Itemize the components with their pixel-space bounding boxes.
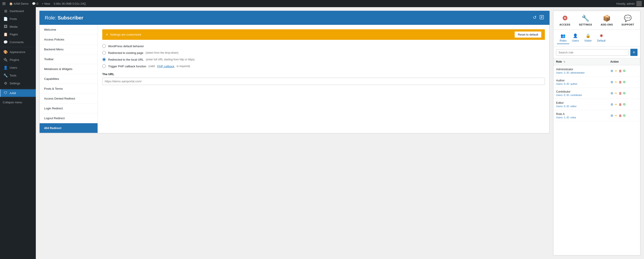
visitor-subnav-icon: 🔒 [586,33,590,38]
add-role-button[interactable]: + [630,49,638,56]
table-row: Role A Users: 1; ID: rolea ⚙ ✏ 🗑 ⧉ [553,110,640,121]
sidebar-item-aam[interactable]: 🛡 AAM [0,89,36,97]
nav-welcome[interactable]: Welcome [40,25,98,35]
roles-table: Role ⇅ Action Administrator Users: 2; ID… [553,58,640,121]
site-name[interactable]: 🏠 AAM Demo [9,2,28,5]
nav-metaboxes[interactable]: Metaboxes & Widgets [40,64,98,74]
collapse-menu-button[interactable]: Collapse menu [0,99,36,106]
option-php-callback-extra2: is required) [176,65,190,68]
edit-role-icon[interactable]: ✏ [615,114,617,118]
php-callback-link[interactable]: PHP callback [157,65,174,68]
nav-404-redirect[interactable]: 404 Redirect [40,123,98,133]
edit-role-icon[interactable]: ✏ [615,103,617,106]
subnav-users[interactable]: 👤 Users [569,32,582,44]
reset-role-button[interactable]: ↺ [533,15,536,21]
role-header-actions: ↺ [533,15,544,21]
role-name: Administrator [556,68,605,71]
nav-posts-terms[interactable]: Posts & Terms [40,84,98,94]
delete-role-icon[interactable]: 🗑 [619,103,622,106]
admin-bar: ⊞ 🏠 AAM Demo 💬 0 + New 0.86s 36.0MB 0.01… [0,0,644,7]
copy-role-icon[interactable]: ⧉ [623,91,626,95]
copy-role-icon[interactable]: ⧉ [623,102,626,106]
sidebar-item-posts[interactable]: 📄 Posts [0,15,36,23]
copy-role-icon[interactable]: ⧉ [623,69,626,73]
manage-role-icon[interactable]: ⚙ [610,69,613,73]
right-panel: ⚙ ACCESS 🔧 SETTINGS 📦 ADD-ONS 💬 SUPPORT [553,11,640,256]
nav-access-policies[interactable]: Access Policies [40,35,98,44]
role-actions: ⚙ ✏ 🗑 ⧉ [610,91,638,95]
subnav-roles[interactable]: 👥 Roles [557,32,569,44]
delete-role-icon[interactable]: 🗑 [619,114,622,118]
comments-icon: 💬 [3,40,8,44]
sidebar-item-plugins[interactable]: 🔌 Plugins [0,56,36,64]
sort-role-icon: ⇅ [564,60,565,63]
role-meta: Users: 0; ID: contributor [556,94,605,96]
dashboard-icon: ⊞ [3,9,8,13]
option-local-url-extra: (enter full URL starting from http or ht… [146,58,195,61]
table-row: Contributor Users: 0; ID: contributor ⚙ … [553,88,640,99]
nav-login-redirect[interactable]: Login Redirect [40,104,98,114]
delete-role-icon[interactable]: 🗑 [619,92,622,95]
option-php-callback[interactable]: Trigger PHP callback function (valid PHP… [102,64,545,68]
radio-local-url[interactable] [102,58,106,61]
wp-logo[interactable]: ⊞ [2,1,6,6]
edit-role-icon[interactable]: ✏ [615,92,617,95]
copy-role-icon[interactable]: ⧉ [623,114,626,118]
manage-role-icon[interactable]: ⚙ [610,103,613,106]
subnav-default[interactable]: ✱ Default [594,32,608,44]
users-icon: 👤 [3,66,8,70]
role-meta: Users: 0; ID: author [556,82,605,85]
reset-to-default-button[interactable]: Reset to default [515,32,541,38]
radio-existing-page[interactable] [102,51,106,54]
copy-role-icon[interactable]: ⧉ [623,80,626,84]
option-default[interactable]: WordPress default behavior [102,44,545,48]
addons-icon: 📦 [603,14,611,22]
option-local-url[interactable]: Redirected to the local URL (enter full … [102,58,545,61]
sidebar-item-media[interactable]: 🖼 Media [0,23,36,30]
url-input[interactable] [102,78,545,85]
role-actions: ⚙ ✏ 🗑 ⧉ [610,80,638,84]
roles-subnav: 👥 Roles 👤 Users 🔒 Visitor ✱ Default [553,30,640,46]
comments-link[interactable]: 💬 0 [32,2,38,5]
manage-role-icon[interactable]: ⚙ [610,92,613,95]
user-avatar[interactable] [636,1,642,6]
manage-role-icon[interactable]: ⚙ [610,80,613,84]
support-icon: 💬 [624,14,632,22]
nav-capabilities[interactable]: Capabilities [40,74,98,84]
option-existing-page[interactable]: Redirected to existing page (select from… [102,51,545,54]
settings-banner: ✔ Settings are customized Reset to defau… [102,29,545,40]
role-actions: ⚙ ✏ 🗑 ⧉ [610,102,638,106]
sidebar-item-users[interactable]: 👤 Users [0,64,36,72]
role-actions: ⚙ ✏ 🗑 ⧉ [610,114,638,118]
subnav-visitor[interactable]: 🔒 Visitor [582,32,594,44]
check-icon: ✔ [106,33,108,36]
sidebar-item-dashboard[interactable]: ⊞ Dashboard [0,7,36,15]
nav-toolbar[interactable]: Toolbar [40,54,98,64]
users-subnav-icon: 👤 [573,33,578,38]
radio-default[interactable] [102,44,106,48]
sidebar-item-settings[interactable]: ⚙ Settings [0,80,36,87]
nav-access-denied[interactable]: Access Denied Redirect [40,94,98,104]
radio-php-callback[interactable] [102,64,106,68]
aam-nav-access[interactable]: ⚙ ACCESS [560,14,570,26]
aam-nav-addons[interactable]: 📦 ADD-ONS [600,14,613,26]
search-role-input[interactable] [556,49,628,56]
sidebar-item-appearance[interactable]: 🎨 Appearance [0,48,36,56]
sidebar-item-tools[interactable]: 🔧 Tools [0,72,36,80]
nav-logout-redirect[interactable]: Logout Redirect [40,114,98,123]
aam-nav-settings[interactable]: 🔧 SETTINGS [579,14,592,26]
sidebar-item-pages[interactable]: 📋 Pages [0,30,36,38]
edit-role-icon[interactable]: ✏ [615,69,617,73]
nav-backend-menu[interactable]: Backend Menu [40,44,98,54]
perf-info: 0.86s 36.0MB 0.01s 24Q [54,2,86,5]
manage-role-icon[interactable]: ⚙ [610,114,613,118]
sidebar-item-comments[interactable]: 💬 Comments [0,38,36,46]
edit-role-icon[interactable]: ✏ [615,80,617,84]
table-row: Author Users: 0; ID: author ⚙ ✏ 🗑 ⧉ [553,76,640,88]
delete-role-icon[interactable]: 🗑 [619,69,622,73]
export-role-button[interactable] [539,15,544,21]
new-content[interactable]: + New [42,2,50,5]
posts-icon: 📄 [3,17,8,21]
delete-role-icon[interactable]: 🗑 [619,80,622,84]
aam-nav-support[interactable]: 💬 SUPPORT [622,14,634,26]
